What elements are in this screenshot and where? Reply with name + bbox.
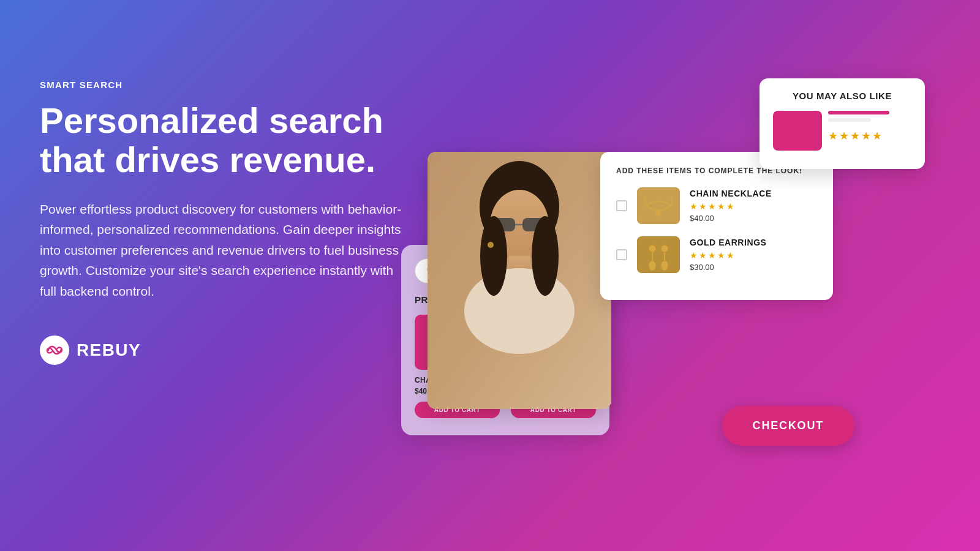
svg-point-18 <box>649 261 656 271</box>
ymak-product-thumb <box>773 111 822 151</box>
rebuy-logo-icon <box>40 335 69 365</box>
svg-point-9 <box>464 268 575 354</box>
eyebrow-label: SMART SEARCH <box>40 80 407 90</box>
svg-point-10 <box>480 216 507 296</box>
svg-rect-13 <box>637 187 680 224</box>
logo-area: REBUY <box>40 335 407 365</box>
earrings-image <box>637 236 680 273</box>
look-item-2-name: GOLD EARRINGS <box>690 238 767 247</box>
svg-point-12 <box>488 242 494 248</box>
look-item-2-stars: ★★★★★ <box>690 250 767 260</box>
svg-point-21 <box>661 261 668 271</box>
person-illustration <box>428 152 611 409</box>
svg-point-0 <box>40 335 69 365</box>
you-may-also-like-title: YOU MAY ALSO LIKE <box>773 91 911 101</box>
look-item-2-info: GOLD EARRINGS ★★★★★ $30.00 <box>690 238 767 272</box>
ymak-stars: ★★★★★ <box>828 129 889 143</box>
body-text: Power effortless product discovery for c… <box>40 199 407 302</box>
svg-point-16 <box>649 245 656 252</box>
complete-look-widget: ADD THESE ITEMS TO COMPLETE THE LOOK! CH… <box>600 152 833 300</box>
headline: Personalized search that drives revenue. <box>40 101 407 179</box>
main-product-photo <box>428 152 611 409</box>
look-item-2-price: $30.00 <box>690 263 767 272</box>
look-item-2-checkbox[interactable] <box>616 249 627 260</box>
you-may-also-like-card: YOU MAY ALSO LIKE ★★★★★ <box>760 78 925 169</box>
ymak-lines: ★★★★★ <box>828 111 889 143</box>
svg-rect-15 <box>637 236 680 273</box>
svg-point-19 <box>661 245 668 252</box>
look-item-1-price: $40.00 <box>690 214 772 223</box>
look-item-1: CHAIN NECKLACE ★★★★★ $40.00 <box>616 187 817 224</box>
look-item-1-thumb <box>637 187 680 224</box>
look-item-2: GOLD EARRINGS ★★★★★ $30.00 <box>616 236 817 273</box>
look-item-1-stars: ★★★★★ <box>690 201 772 211</box>
ymak-top-row: ★★★★★ <box>773 111 911 157</box>
checkout-button[interactable]: CHECKOUT <box>722 406 854 446</box>
ymak-line-long <box>828 111 889 114</box>
svg-point-14 <box>655 210 662 216</box>
look-item-1-checkbox[interactable] <box>616 200 627 211</box>
look-item-1-name: CHAIN NECKLACE <box>690 189 772 198</box>
left-section: SMART SEARCH Personalized search that dr… <box>40 80 407 365</box>
necklace-image <box>637 187 680 224</box>
ymak-line-short <box>828 118 871 122</box>
svg-point-11 <box>532 216 559 296</box>
look-item-2-thumb <box>637 236 680 273</box>
logo-text: REBUY <box>77 340 141 360</box>
look-item-1-info: CHAIN NECKLACE ★★★★★ $40.00 <box>690 189 772 223</box>
